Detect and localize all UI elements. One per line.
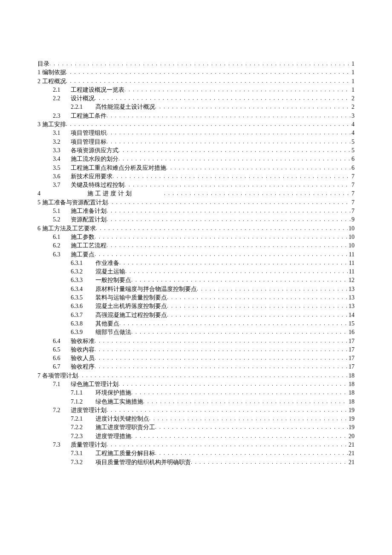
- toc-entry-page: 7: [351, 181, 355, 189]
- toc-entry-label: 6.3.5装料与运输中质量控制要点: [71, 293, 167, 302]
- toc-entry-page: 18: [348, 398, 355, 406]
- toc-entry-page: 10: [348, 233, 355, 241]
- toc-entry: 7.3.1工程施工质量分解目标21: [37, 449, 355, 458]
- toc-entry-number: 6.3.4: [71, 285, 95, 293]
- toc-entry: 6 施工方法及工艺要求10: [37, 224, 355, 233]
- toc-entry-title: 1 编制依据: [37, 69, 66, 76]
- toc-leader-dots: [66, 69, 351, 76]
- toc-entry: 7.3.2项目质量管理的组织机构并明确职责21: [37, 458, 355, 467]
- toc-entry: 7.1.1环境保护措施18: [37, 389, 355, 397]
- toc-entry-title: 关键及特殊过程控制: [71, 182, 124, 188]
- toc-entry-title: 7 各项管理计划: [37, 372, 78, 379]
- toc-entry-label: 2.1工程建设概况一览表: [53, 86, 124, 94]
- toc-entry-number: 7.2.2: [71, 423, 95, 432]
- toc-leader-dots: [107, 441, 348, 448]
- toc-entry-title: 原材料计量端度与拌合物温度控制要点: [95, 286, 197, 292]
- toc-entry-number: 6.3.6: [71, 302, 95, 311]
- toc-entry: 7.2.1进度计划关键控制点19: [37, 415, 355, 423]
- toc-entry: 6.3.1作业准备11: [37, 259, 355, 267]
- toc-entry-title: 工程建设概况一览表: [71, 87, 124, 93]
- toc-entry-page: 14: [348, 311, 355, 320]
- toc-leader-dots: [95, 346, 348, 353]
- toc-entry-page: 2: [351, 103, 355, 111]
- toc-entry-title: 施工进度管理职责分工: [95, 424, 155, 430]
- toc-leader-dots: [131, 433, 348, 440]
- toc-entry-title: 工程施工质量分解目标: [95, 450, 155, 456]
- toc-entry: 2.1工程建设概况一览表1: [37, 86, 355, 94]
- toc-entry-page: 7: [351, 207, 355, 215]
- toc-leader-dots: [95, 363, 348, 370]
- toc-entry: 7 各项管理计划18: [37, 372, 355, 380]
- toc-entry-number: 2.2.1: [71, 103, 95, 111]
- toc-entry-page: 7: [351, 189, 355, 198]
- toc-entry: 1 编制依据1: [37, 68, 355, 77]
- toc-entry-number: 7.3: [53, 441, 71, 449]
- toc-entry-page: 11: [348, 250, 355, 259]
- toc-entry-number: 7.3.2: [71, 458, 95, 467]
- toc-entry-number: 2.1: [53, 86, 71, 94]
- toc-leader-dots: [166, 164, 351, 171]
- toc-entry-page: 17: [348, 337, 355, 346]
- toc-entry-label: 2 工程概况: [37, 77, 66, 86]
- toc-entry: 7.1绿色施工管理计划18: [37, 380, 355, 389]
- toc-entry-label: 7.2.2施工进度管理职责分工: [71, 423, 155, 432]
- toc-leader-dots: [118, 155, 351, 163]
- toc-leader-dots: [118, 147, 351, 154]
- toc-entry-label: 6.2施工工艺流程: [53, 241, 107, 250]
- toc-entry: 5.1施工准备计划7: [37, 207, 355, 215]
- toc-entry-title: 进度管理措施: [95, 433, 131, 439]
- toc-entry-title: 施工要点: [71, 251, 95, 258]
- toc-entry-number: 7.1.1: [71, 389, 95, 397]
- toc-entry-page: 1: [351, 77, 355, 86]
- toc-leader-dots: [107, 112, 351, 119]
- toc-entry-label: 目录: [37, 60, 49, 68]
- toc-entry-number: 6.3: [53, 250, 71, 259]
- toc-entry: 5 施工准备与资源配置计划7: [37, 198, 355, 207]
- toc-leader-dots: [167, 311, 348, 319]
- toc-entry-page: 13: [348, 285, 355, 293]
- toc-leader-dots: [119, 259, 348, 267]
- toc-entry-label: 3.3各项资源供应方式: [53, 146, 118, 155]
- toc-entry-number: 7.2: [53, 406, 71, 415]
- toc-leader-dots: [66, 78, 351, 85]
- toc-entry-label: 6.3.3一般控制要点: [71, 276, 131, 285]
- toc-leader-dots: [66, 121, 351, 128]
- toc-entry-page: 20: [348, 432, 355, 441]
- toc-entry-number: 6.3.7: [71, 311, 95, 320]
- toc-entry-title: 验收人员: [71, 355, 95, 361]
- toc-entry-page: 10: [348, 241, 355, 250]
- toc-entry-title: 验收程序: [71, 363, 95, 370]
- toc-entry-label: 6.3.6混凝土出机坍落度控制要点: [71, 302, 167, 311]
- toc-leader-dots: [95, 355, 348, 362]
- toc-entry: 6.3.4原材料计量端度与拌合物温度控制要点13: [37, 285, 355, 293]
- toc-entry-page: 17: [348, 363, 355, 371]
- toc-entry-label: 2.2设计概况: [53, 94, 95, 103]
- toc-leader-dots: [49, 60, 351, 67]
- toc-entry-label: 7.3.2项目质量管理的组织机构并明确职责: [71, 458, 191, 467]
- toc-entry: 6.5验收内容17: [37, 346, 355, 354]
- toc-entry-title: 工程施工重点和难点分析及应对措施: [71, 165, 166, 171]
- toc-leader-dots: [124, 86, 351, 93]
- toc-entry-label: 3.1项目管理组织: [53, 129, 107, 137]
- toc-entry: 7.3质量管理计划21: [37, 441, 355, 449]
- toc-leader-dots: [143, 398, 348, 405]
- toc-entry-title: 细部节点做法: [95, 329, 131, 335]
- toc-entry-number: 7.1.2: [71, 398, 95, 406]
- toc-entry-number: 7.2.1: [71, 415, 95, 423]
- toc-entry-number: 6.4: [53, 337, 71, 346]
- toc-entry-title: 6 施工方法及工艺要求: [37, 225, 96, 232]
- toc-entry-title: 新技术应用要求: [71, 173, 112, 180]
- toc-entry-label: 3.2项目管理目标: [53, 138, 107, 146]
- toc-entry-label: 6 施工方法及工艺要求: [37, 224, 96, 233]
- toc-entry-label: 6.3.7高强混凝施工过程控制要点: [71, 311, 167, 320]
- toc-entry-title: 施工准备计划: [71, 208, 107, 214]
- toc-entry-title: 混凝土运输: [95, 268, 125, 275]
- toc-entry-label: 7.2进度管理计划: [53, 406, 107, 415]
- toc-entry-label: 7.1绿色施工管理计划: [53, 380, 118, 389]
- toc-entry-number: 3.1: [53, 129, 71, 137]
- toc-entry: 6.1施工参数10: [37, 233, 355, 241]
- toc-entry-label: 7 各项管理计划: [37, 372, 78, 380]
- toc-page: 目录11 编制依据12 工程概况12.1工程建设概况一览表12.2设计概况22.…: [0, 0, 392, 555]
- toc-entry-label: 3.4施工流水段的划分: [53, 155, 118, 163]
- toc-entry-number: 3.6: [53, 172, 71, 181]
